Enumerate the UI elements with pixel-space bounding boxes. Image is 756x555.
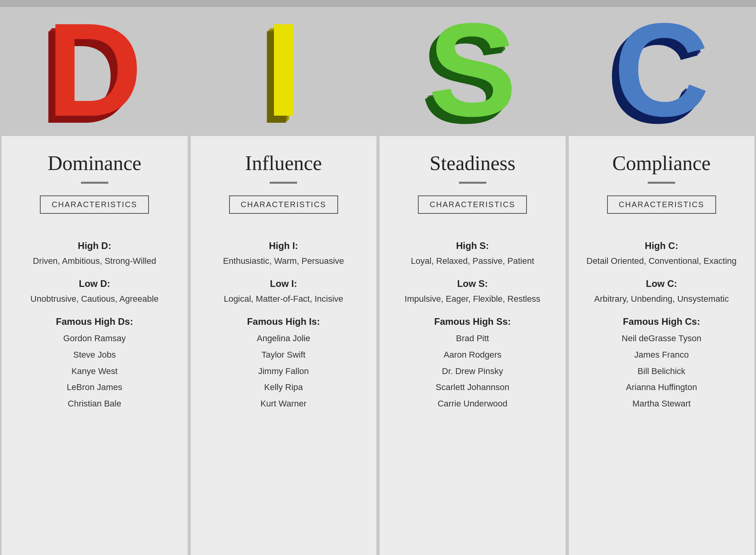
famous-label-compliance: Famous High Cs:	[580, 316, 743, 327]
high-content-influence: Enthusiastic, Warm, Persuasive	[202, 254, 365, 267]
famous-list-steadiness: Brad PittAaron RodgersDr. Drew PinskySca…	[391, 330, 554, 412]
famous-label-steadiness: Famous High Ss:	[391, 316, 554, 327]
famous-label-influence: Famous High Is:	[202, 316, 365, 327]
cards-container: Dominance CHARACTERISTICS High D: Driven…	[0, 136, 756, 555]
title-divider-dominance	[81, 182, 108, 184]
famous-item: Dr. Drew Pinsky	[391, 363, 554, 380]
famous-item: Steve Jobs	[13, 347, 176, 363]
high-content-compliance: Detail Oriented, Conventional, Exacting	[580, 254, 743, 267]
high-content-steadiness: Loyal, Relaxed, Passive, Patient	[391, 254, 554, 267]
title-divider-influence	[270, 182, 297, 184]
low-label-steadiness: Low S:	[391, 278, 554, 289]
famous-label-dominance: Famous High Ds:	[13, 316, 176, 327]
low-content-dominance: Unobtrusive, Cautious, Agreeable	[13, 292, 176, 305]
high-label-influence: High I:	[202, 240, 365, 251]
famous-list-dominance: Gordon RamsaySteve JobsKanye WestLeBron …	[13, 330, 176, 412]
top-bar	[0, 0, 756, 7]
famous-list-compliance: Neil deGrasse TysonJames FrancoBill Beli…	[580, 330, 743, 412]
title-divider-steadiness	[459, 182, 486, 184]
famous-item: Arianna Huffington	[580, 379, 743, 396]
characteristics-button-steadiness[interactable]: CHARACTERISTICS	[418, 195, 527, 214]
famous-item: LeBron James	[13, 379, 176, 396]
famous-item: Taylor Swift	[202, 347, 365, 363]
famous-item: Martha Stewart	[580, 396, 743, 412]
high-label-steadiness: High S:	[391, 240, 554, 251]
letter-c-icon: C	[613, 7, 709, 136]
low-label-dominance: Low D:	[13, 278, 176, 289]
letter-i-icon: I	[265, 7, 302, 136]
famous-item: Kelly Ripa	[202, 379, 365, 396]
famous-item: James Franco	[580, 347, 743, 363]
card-title-dominance: Dominance	[13, 152, 176, 175]
characteristics-button-compliance[interactable]: CHARACTERISTICS	[607, 195, 716, 214]
low-label-influence: Low I:	[202, 278, 365, 289]
card-title-influence: Influence	[202, 152, 365, 175]
card-compliance: Compliance CHARACTERISTICS High C: Detai…	[569, 136, 755, 555]
famous-item: Neil deGrasse Tyson	[580, 330, 743, 347]
famous-item: Christian Bale	[13, 396, 176, 412]
title-divider-compliance	[648, 182, 675, 184]
famous-item: Brad Pitt	[391, 330, 554, 347]
famous-item: Jimmy Fallon	[202, 363, 365, 380]
letter-section-c: C	[567, 7, 756, 136]
famous-item: Scarlett Johannson	[391, 379, 554, 396]
high-label-compliance: High C:	[580, 240, 743, 251]
disc-header: D I S C	[0, 7, 756, 136]
famous-item: Aaron Rodgers	[391, 347, 554, 363]
famous-item: Angelina Jolie	[202, 330, 365, 347]
famous-item: Bill Belichick	[580, 363, 743, 380]
card-dominance: Dominance CHARACTERISTICS High D: Driven…	[2, 136, 188, 555]
letter-d-icon: D	[47, 7, 143, 136]
letter-s-icon: S	[428, 7, 517, 136]
low-content-influence: Logical, Matter-of-Fact, Incisive	[202, 292, 365, 305]
low-label-compliance: Low C:	[580, 278, 743, 289]
letter-section-i: I	[189, 7, 378, 136]
card-steadiness: Steadiness CHARACTERISTICS High S: Loyal…	[380, 136, 566, 555]
card-influence: Influence CHARACTERISTICS High I: Enthus…	[191, 136, 377, 555]
card-title-steadiness: Steadiness	[391, 152, 554, 175]
low-content-steadiness: Impulsive, Eager, Flexible, Restless	[391, 292, 554, 305]
low-content-compliance: Arbitrary, Unbending, Unsystematic	[580, 292, 743, 305]
famous-item: Kurt Warner	[202, 396, 365, 412]
letter-section-d: D	[0, 7, 189, 136]
letter-section-s: S	[378, 7, 567, 136]
characteristics-button-influence[interactable]: CHARACTERISTICS	[229, 195, 338, 214]
card-title-compliance: Compliance	[580, 152, 743, 175]
high-content-dominance: Driven, Ambitious, Strong-Willed	[13, 254, 176, 267]
famous-item: Kanye West	[13, 363, 176, 380]
famous-list-influence: Angelina JolieTaylor SwiftJimmy FallonKe…	[202, 330, 365, 412]
famous-item: Carrie Underwood	[391, 396, 554, 412]
famous-item: Gordon Ramsay	[13, 330, 176, 347]
high-label-dominance: High D:	[13, 240, 176, 251]
characteristics-button-dominance[interactable]: CHARACTERISTICS	[40, 195, 149, 214]
